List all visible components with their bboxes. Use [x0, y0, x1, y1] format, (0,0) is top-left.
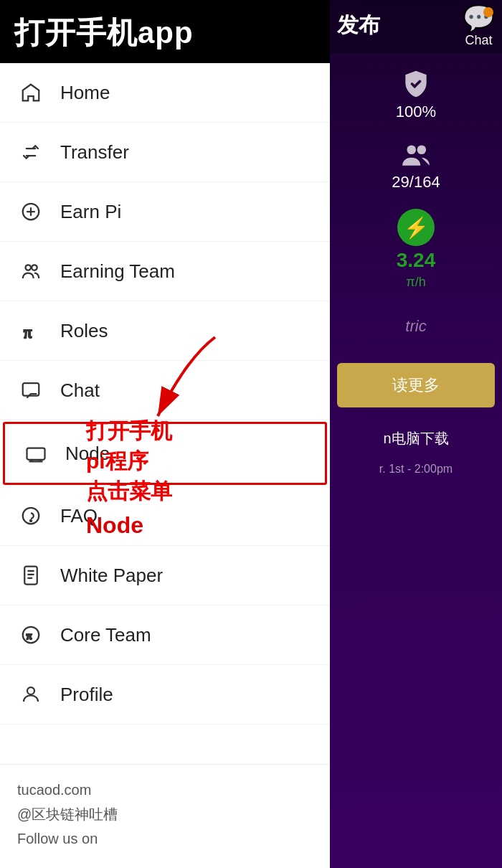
chat-icon: 💬	[463, 6, 495, 32]
publish-text: 发布	[337, 11, 380, 40]
white-paper-icon	[17, 562, 44, 589]
menu-list: Home Transfer Earn Pi	[0, 63, 330, 764]
lightning-icon: ⚡	[397, 209, 435, 246]
sidebar-item-label: Core Team	[60, 624, 151, 646]
svg-point-11	[27, 687, 34, 694]
svg-point-7	[30, 520, 32, 522]
sidebar-item-label: Profile	[60, 684, 113, 706]
menu-footer: tucaod.com @区块链神吐槽 Follow us on	[0, 764, 330, 868]
shield-percent: 100%	[396, 103, 436, 121]
faq-icon	[17, 502, 44, 529]
footer-line-1: tucaod.com	[17, 778, 313, 802]
sidebar-item-label: Node	[65, 443, 110, 465]
roles-icon: π	[17, 317, 44, 344]
download-text: n电脑下载	[337, 422, 495, 456]
app-title: 打开手机app	[14, 13, 194, 53]
sidebar-item-label: Transfer	[60, 141, 129, 164]
sidebar-item-white-paper[interactable]: White Paper	[0, 546, 330, 605]
chat-notification-dot	[483, 7, 493, 17]
sidebar-item-label: Earning Team	[60, 260, 175, 283]
italic-text: tric	[337, 311, 495, 341]
sidebar-item-core-team[interactable]: π Core Team	[0, 605, 330, 665]
svg-text:π: π	[27, 630, 32, 641]
sidebar-item-label: FAQ	[60, 505, 98, 527]
core-team-icon: π	[17, 621, 44, 648]
chat-menu-icon	[17, 377, 44, 404]
shield-stat: 100%	[396, 68, 436, 121]
home-icon	[17, 79, 44, 106]
sidebar-item-chat[interactable]: Chat	[0, 361, 330, 420]
sidebar-item-roles[interactable]: π Roles	[0, 301, 330, 361]
read-more-button[interactable]: 读更多	[337, 363, 495, 407]
shield-icon	[400, 68, 432, 100]
sidebar-item-transfer[interactable]: Transfer	[0, 123, 330, 182]
sidebar-item-label: Roles	[60, 320, 108, 342]
profile-icon	[17, 681, 44, 708]
svg-point-1	[26, 265, 32, 270]
stats-area: 100% 29/164 ⚡ 3.24 π/h	[330, 54, 502, 304]
earn-pi-icon	[17, 198, 44, 225]
event-time: r. 1st - 2:00pm	[337, 463, 495, 476]
transfer-icon	[17, 138, 44, 166]
svg-text:π: π	[24, 324, 32, 341]
sidebar-item-earning-team[interactable]: Earning Team	[0, 242, 330, 301]
svg-rect-5	[27, 448, 45, 460]
sidebar-item-earn-pi[interactable]: Earn Pi	[0, 182, 330, 242]
team-count: 29/164	[392, 173, 440, 192]
menu-header: 打开手机app	[0, 0, 330, 63]
pi-rate-value: 3.24	[397, 249, 436, 272]
svg-point-13	[417, 145, 427, 154]
sidebar-item-faq[interactable]: FAQ	[0, 486, 330, 546]
sidebar-item-profile[interactable]: Profile	[0, 665, 330, 725]
team-stat: 29/164	[392, 138, 440, 192]
sidebar-item-node[interactable]: Node	[3, 422, 327, 485]
pi-rate-stat: ⚡ 3.24 π/h	[397, 209, 436, 290]
right-sidebar: 发布 💬 Chat 100% 2	[330, 0, 502, 868]
right-lower-content: tric 读更多 n电脑下载 r. 1st - 2:00pm	[330, 304, 502, 868]
footer-line-3: Follow us on	[17, 826, 313, 851]
sidebar-item-label: White Paper	[60, 565, 163, 587]
sidebar-item-label: Earn Pi	[60, 201, 121, 223]
right-top-bar: 发布 💬 Chat	[330, 0, 502, 54]
svg-point-2	[32, 265, 37, 270]
node-icon	[22, 440, 49, 467]
svg-point-12	[407, 145, 416, 154]
chat-button[interactable]: 💬 Chat	[463, 6, 495, 48]
svg-rect-8	[24, 567, 37, 585]
sidebar-item-label: Chat	[60, 379, 100, 402]
sidebar-item-label: Home	[60, 82, 110, 104]
earning-team-icon	[17, 258, 44, 285]
sidebar-item-home[interactable]: Home	[0, 63, 330, 123]
menu-panel: 打开手机app Home Transfer Earn Pi	[0, 0, 330, 868]
footer-line-2: @区块链神吐槽	[17, 802, 313, 826]
pi-rate-unit: π/h	[406, 275, 425, 290]
team-icon	[400, 138, 432, 170]
chat-label: Chat	[465, 33, 492, 48]
